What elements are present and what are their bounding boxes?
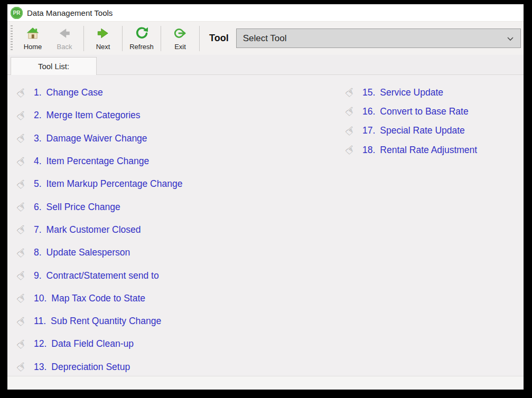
app-window: PR Data Management Tools Home	[7, 4, 524, 390]
tool-list-item[interactable]: 11. Sub Rent Quantity Change	[16, 310, 182, 333]
refresh-button[interactable]: Refresh	[126, 24, 157, 53]
refresh-button-label: Refresh	[129, 43, 154, 51]
pointing-hand-icon	[16, 361, 34, 373]
back-button-label: Back	[57, 43, 72, 51]
tool-number: 17.	[362, 125, 375, 136]
toolbar-separator	[83, 26, 84, 51]
tool-list-left-column: 1. Change Case 2. Merge Item Categories …	[16, 81, 182, 376]
pointing-hand-icon	[16, 270, 34, 281]
tool-link[interactable]: Contract/Statement send to	[46, 270, 159, 281]
tool-link[interactable]: Depreciation Setup	[51, 362, 130, 373]
tool-link[interactable]: Item Percentage Change	[46, 156, 150, 167]
back-button[interactable]: Back	[49, 24, 80, 53]
pointing-hand-icon	[344, 87, 362, 98]
tool-link[interactable]: Convert to Base Rate	[380, 106, 468, 117]
tool-number: 6.	[34, 202, 42, 213]
tool-list-item[interactable]: 13. Depreciation Setup	[16, 356, 182, 376]
app-logo-icon: PR	[11, 7, 23, 19]
tool-list-item[interactable]: 12. Data Field Clean-up	[16, 333, 182, 355]
window-title: Data Management Tools	[27, 8, 113, 17]
tool-number: 18.	[362, 145, 375, 156]
pointing-hand-icon	[16, 247, 34, 259]
tool-list-item[interactable]: 4. Item Percentage Change	[16, 150, 182, 173]
tool-list-item[interactable]: 6. Sell Price Change	[16, 195, 182, 218]
pointing-hand-icon	[16, 201, 34, 213]
back-arrow-icon	[58, 26, 71, 42]
tool-link[interactable]: Map Tax Code to State	[51, 293, 145, 304]
home-icon	[26, 26, 40, 42]
pointing-hand-icon	[16, 338, 34, 350]
tool-number: 16.	[362, 106, 375, 117]
pointing-hand-icon	[16, 156, 34, 167]
next-arrow-icon	[96, 26, 110, 42]
tool-list-right-column: 15. Service Update 16. Convert to Base R…	[344, 83, 477, 159]
tool-list-item[interactable]: 18. Rental Rate Adjustment	[344, 140, 477, 159]
pointing-hand-icon	[16, 178, 34, 190]
tool-number: 5.	[34, 178, 42, 189]
exit-button-label: Exit	[174, 43, 186, 51]
toolbar-separator	[161, 26, 161, 51]
pointing-hand-icon	[344, 106, 362, 117]
tool-link[interactable]: Damage Waiver Change	[46, 133, 147, 144]
toolbar-separator	[122, 26, 123, 51]
tool-list-item[interactable]: 8. Update Salesperson	[16, 241, 182, 264]
tool-number: 2.	[34, 110, 42, 121]
tool-link[interactable]: Data Field Clean-up	[51, 338, 134, 349]
tool-list-item[interactable]: 1. Change Case	[16, 81, 182, 104]
tool-number: 13.	[34, 362, 46, 373]
exit-button[interactable]: Exit	[164, 24, 196, 53]
tool-list-item[interactable]: 10. Map Tax Code to State	[16, 287, 182, 310]
toolbar-separator	[199, 26, 200, 51]
home-button-label: Home	[24, 43, 42, 51]
tool-number: 9.	[34, 270, 42, 281]
tool-link[interactable]: Update Salesperson	[46, 247, 130, 258]
pointing-hand-icon	[16, 224, 34, 235]
tool-number: 15.	[362, 87, 375, 98]
tool-list-item[interactable]: 2. Merge Item Categories	[16, 104, 182, 127]
tool-number: 11.	[34, 316, 46, 327]
pointing-hand-icon	[16, 87, 34, 99]
tool-link[interactable]: Change Case	[46, 87, 103, 98]
pointing-hand-icon	[16, 292, 34, 304]
tool-number: 1.	[34, 87, 42, 98]
tool-link[interactable]: Special Rate Update	[380, 125, 465, 136]
tool-link[interactable]: Item Markup Percentage Change	[46, 178, 183, 189]
tool-link[interactable]: Service Update	[380, 87, 443, 98]
chevron-down-icon	[507, 33, 514, 44]
tool-list-item[interactable]: 17. Special Rate Update	[344, 121, 477, 140]
tool-list-item[interactable]: 15. Service Update	[344, 83, 477, 102]
tool-select-dropdown[interactable]: Select Tool	[236, 29, 521, 48]
tool-number: 4.	[34, 156, 42, 167]
toolbar-grip-handle[interactable]	[11, 25, 13, 52]
tool-list-panel: 1. Change Case 2. Merge Item Categories …	[7, 75, 524, 376]
tool-link[interactable]: Merge Item Categories	[46, 110, 141, 121]
tool-select-value: Select Tool	[243, 33, 507, 44]
exit-icon	[173, 26, 187, 42]
tool-link[interactable]: Rental Rate Adjustment	[380, 145, 477, 156]
pointing-hand-icon	[16, 316, 34, 327]
tool-link[interactable]: Mark Customer Closed	[46, 224, 141, 235]
home-button[interactable]: Home	[17, 24, 49, 53]
pointing-hand-icon	[344, 144, 362, 156]
tool-link[interactable]: Sell Price Change	[46, 202, 120, 213]
tool-list-item[interactable]: 16. Convert to Base Rate	[344, 102, 477, 121]
status-strip	[7, 376, 524, 390]
tab-tool-list[interactable]: Tool List:	[11, 57, 97, 75]
tool-dropdown-label: Tool	[209, 33, 229, 44]
tool-number: 3.	[34, 133, 42, 144]
next-button[interactable]: Next	[87, 24, 119, 53]
tool-list-item[interactable]: 7. Mark Customer Closed	[16, 219, 182, 241]
tool-list-item[interactable]: 3. Damage Waiver Change	[16, 127, 182, 150]
tool-list-item[interactable]: 9. Contract/Statement send to	[16, 264, 182, 287]
pointing-hand-icon	[344, 125, 362, 137]
tool-number: 10.	[34, 293, 46, 304]
tool-number: 8.	[34, 247, 42, 258]
screen-frame: PR Data Management Tools Home	[0, 0, 532, 398]
tool-list-item[interactable]: 5. Item Markup Percentage Change	[16, 173, 182, 195]
tab-strip: Tool List:	[7, 55, 524, 75]
tool-link[interactable]: Sub Rent Quantity Change	[51, 316, 161, 327]
title-bar: PR Data Management Tools	[7, 4, 524, 21]
tool-number: 12.	[34, 338, 46, 349]
pointing-hand-icon	[16, 110, 34, 121]
tool-number: 7.	[34, 224, 42, 235]
